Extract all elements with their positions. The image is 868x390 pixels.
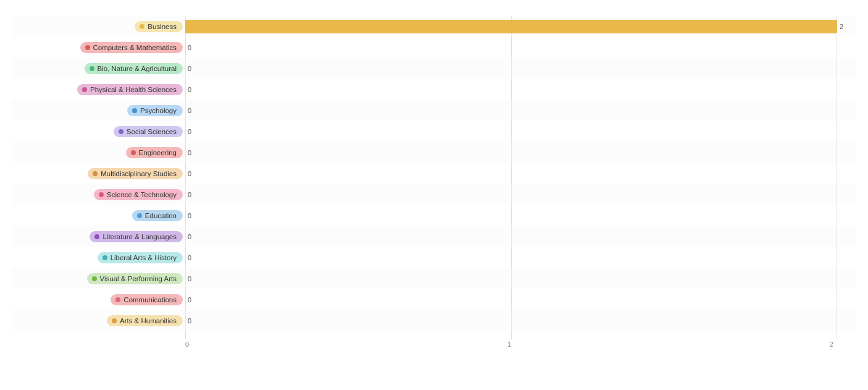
bar-value-label: 0 xyxy=(188,233,191,240)
bar-label-container: Visual & Performing Arts xyxy=(12,273,185,284)
bar-label-container: Engineering xyxy=(12,147,185,158)
bar-track: 0 xyxy=(185,83,837,96)
bar-track: 0 xyxy=(185,188,837,201)
bar-label: Literature & Languages xyxy=(102,233,177,240)
bar-value-label: 0 xyxy=(188,170,191,177)
bar-dot xyxy=(102,255,107,260)
x-axis-label: 0 xyxy=(185,341,189,353)
bar-dot xyxy=(119,129,123,134)
bar-row: Bio, Nature & Agricultural0 xyxy=(12,58,856,78)
bar-label-container: Business xyxy=(12,21,185,32)
bar-value-label: 0 xyxy=(188,296,191,303)
bar-pill: Psychology xyxy=(127,105,183,116)
bar-label-container: Arts & Humanities xyxy=(12,315,185,326)
bar-track: 0 xyxy=(185,272,837,286)
bar-pill: Communications xyxy=(111,294,183,305)
bar-pill: Literature & Languages xyxy=(90,231,183,242)
bar-track: 2 xyxy=(185,20,837,33)
bar-label: Education xyxy=(145,212,177,219)
bar-pill: Visual & Performing Arts xyxy=(87,273,183,284)
bar-label-container: Computers & Mathematics xyxy=(12,42,185,53)
bar-pill: Science & Technology xyxy=(94,189,183,200)
bar-dot xyxy=(92,276,97,281)
bar-row: Social Sciences0 xyxy=(12,121,856,142)
bar-pill: Social Sciences xyxy=(114,126,183,137)
bar-label-container: Physical & Health Sciences xyxy=(12,84,185,95)
bar-dot xyxy=(90,66,94,71)
bar-dot xyxy=(82,87,87,92)
bar-row: Science & Technology0 xyxy=(12,184,856,205)
bar-fill xyxy=(185,20,837,33)
bar-pill: Physical & Health Sciences xyxy=(77,84,183,95)
bar-track: 0 xyxy=(185,62,837,75)
chart-area: Business2Computers & Mathematics0Bio, Na… xyxy=(12,16,856,353)
bar-dot xyxy=(140,24,144,29)
bar-row: Business2 xyxy=(12,16,856,36)
bar-label-container: Bio, Nature & Agricultural xyxy=(12,63,185,74)
bar-pill: Bio, Nature & Agricultural xyxy=(85,63,183,74)
bar-label-container: Multidisciplinary Studies xyxy=(12,168,185,179)
bar-label-container: Liberal Arts & History xyxy=(12,252,185,263)
bar-label-container: Communications xyxy=(12,294,185,305)
x-axis-label: 2 xyxy=(830,341,833,353)
bar-label: Computers & Mathematics xyxy=(93,44,177,51)
bar-dot xyxy=(93,171,98,176)
bar-value-label: 0 xyxy=(188,317,191,324)
bar-label: Communications xyxy=(123,296,177,303)
bar-pill: Computers & Mathematics xyxy=(80,42,183,53)
bar-track: 0 xyxy=(185,314,837,328)
bar-track: 0 xyxy=(185,104,837,117)
bar-label-container: Education xyxy=(12,210,185,221)
bar-label-container: Social Sciences xyxy=(12,126,185,137)
bar-track: 0 xyxy=(185,167,837,180)
bar-value-label: 0 xyxy=(188,86,191,93)
bar-label: Engineering xyxy=(139,149,177,156)
bar-pill: Business xyxy=(135,21,183,32)
bar-row: Liberal Arts & History0 xyxy=(12,247,856,268)
bar-dot xyxy=(85,45,90,50)
bar-value-label: 0 xyxy=(188,65,191,72)
bar-label-container: Science & Technology xyxy=(12,189,185,200)
bar-dot xyxy=(137,213,142,218)
bar-label: Visual & Performing Arts xyxy=(100,275,177,282)
bar-value-label: 2 xyxy=(840,23,843,30)
bar-value-label: 0 xyxy=(188,149,191,156)
bar-row: Literature & Languages0 xyxy=(12,226,856,247)
bar-value-label: 0 xyxy=(188,128,191,135)
bar-dot xyxy=(131,150,136,155)
bar-track: 0 xyxy=(185,230,837,244)
bar-row: Multidisciplinary Studies0 xyxy=(12,163,856,184)
bar-value-label: 0 xyxy=(188,275,191,282)
x-axis: 012 xyxy=(185,341,837,353)
bar-label: Social Sciences xyxy=(127,128,177,135)
bar-label: Liberal Arts & History xyxy=(111,254,177,261)
bar-row: Education0 xyxy=(12,205,856,226)
bar-label: Psychology xyxy=(140,107,177,114)
bar-dot xyxy=(112,318,117,323)
bar-dot xyxy=(115,297,120,302)
bar-dot xyxy=(94,234,99,239)
bar-pill: Multidisciplinary Studies xyxy=(88,168,183,179)
bar-value-label: 0 xyxy=(188,254,191,261)
bar-track: 0 xyxy=(185,125,837,138)
bar-label: Science & Technology xyxy=(107,191,177,198)
bar-pill: Liberal Arts & History xyxy=(98,252,183,263)
bars-area: Business2Computers & Mathematics0Bio, Na… xyxy=(12,16,856,339)
bar-row: Communications0 xyxy=(12,289,856,310)
bar-label: Arts & Humanities xyxy=(120,317,177,324)
bar-value-label: 0 xyxy=(188,107,191,114)
bar-pill: Engineering xyxy=(126,147,183,158)
bar-value-label: 0 xyxy=(188,212,191,219)
bar-label: Physical & Health Sciences xyxy=(90,86,177,93)
bar-pill: Education xyxy=(132,210,183,221)
x-axis-label: 1 xyxy=(507,341,511,353)
bar-label-container: Literature & Languages xyxy=(12,231,185,242)
bar-value-label: 0 xyxy=(188,191,191,198)
bar-dot xyxy=(132,108,137,113)
bar-row: Psychology0 xyxy=(12,100,856,121)
bar-dot xyxy=(99,192,104,197)
bar-label: Business xyxy=(148,23,177,30)
bar-row: Computers & Mathematics0 xyxy=(12,37,856,57)
bar-track: 0 xyxy=(185,41,837,54)
bar-label-container: Psychology xyxy=(12,105,185,116)
